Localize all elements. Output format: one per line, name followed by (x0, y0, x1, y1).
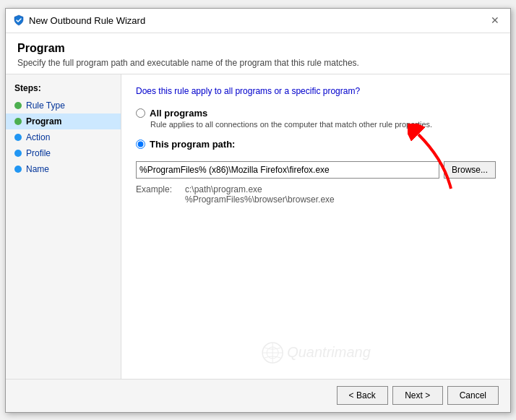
program-path-section: Browse... Example: c:\path\program.exe%P… (136, 161, 496, 205)
sidebar-label-rule-type: Rule Type (26, 100, 65, 111)
step-dot-profile (14, 150, 22, 157)
this-program-row: This program path: (136, 139, 496, 150)
close-button[interactable]: ✕ (487, 12, 503, 28)
page-description: Specify the full program path and execut… (17, 58, 499, 68)
sidebar-item-program[interactable]: Program (6, 113, 121, 129)
sidebar-label-program: Program (26, 116, 61, 127)
step-dot-name (14, 166, 22, 173)
sidebar-item-action[interactable]: Action (6, 129, 121, 145)
watermark-text: Quantrimang (287, 344, 371, 361)
example-section: Example: c:\path\program.exe%ProgramFile… (136, 184, 496, 205)
shield-icon (13, 14, 25, 26)
sidebar-label-profile: Profile (26, 148, 51, 158)
question-text: Does this rule apply to all programs or … (136, 86, 496, 96)
title-bar: New Outbound Rule Wizard ✕ (6, 9, 510, 33)
this-program-label[interactable]: This program path: (150, 139, 235, 150)
content-area: Steps: Rule Type Program Action Profile … (6, 74, 510, 379)
all-programs-option: All programs Rule applies to all connect… (136, 108, 496, 129)
step-dot-action (14, 134, 22, 141)
program-path-input[interactable] (136, 161, 439, 179)
all-programs-radio[interactable] (136, 108, 145, 118)
all-programs-row: All programs (136, 108, 496, 119)
sidebar-item-rule-type[interactable]: Rule Type (6, 98, 121, 113)
example-paths: c:\path\program.exe%ProgramFiles%\browse… (185, 184, 335, 205)
back-button[interactable]: < Back (337, 386, 388, 405)
all-programs-label[interactable]: All programs (150, 108, 207, 119)
sidebar-label-name: Name (26, 164, 49, 174)
wizard-window: New Outbound Rule Wizard ✕ Program Speci… (5, 8, 511, 413)
browse-button[interactable]: Browse... (444, 161, 496, 179)
watermark-logo-icon (261, 341, 284, 364)
radio-group: All programs Rule applies to all connect… (136, 108, 496, 205)
step-dot-rule-type (14, 102, 22, 109)
this-program-option: This program path: Browse... Example: c:… (136, 139, 496, 205)
title-bar-left: New Outbound Rule Wizard (13, 14, 145, 26)
example-label: Example: (136, 184, 179, 205)
next-button[interactable]: Next > (392, 386, 443, 405)
header-section: Program Specify the full program path an… (6, 33, 510, 74)
this-program-radio[interactable] (136, 140, 145, 149)
sidebar: Steps: Rule Type Program Action Profile … (6, 74, 121, 379)
footer: < Back Next > Cancel (6, 379, 510, 412)
cancel-button[interactable]: Cancel (447, 386, 499, 405)
page-title: Program (17, 42, 499, 55)
program-path-input-row: Browse... (136, 161, 496, 179)
steps-label: Steps: (6, 83, 121, 98)
main-panel: Does this rule apply to all programs or … (121, 74, 510, 379)
sidebar-item-profile[interactable]: Profile (6, 145, 121, 161)
watermark: Quantrimang (261, 341, 371, 364)
all-programs-desc: Rule applies to all connections on the c… (150, 120, 496, 129)
sidebar-label-action: Action (26, 132, 50, 142)
sidebar-item-name[interactable]: Name (6, 161, 121, 177)
step-dot-program (14, 118, 22, 125)
window-title: New Outbound Rule Wizard (29, 15, 145, 26)
